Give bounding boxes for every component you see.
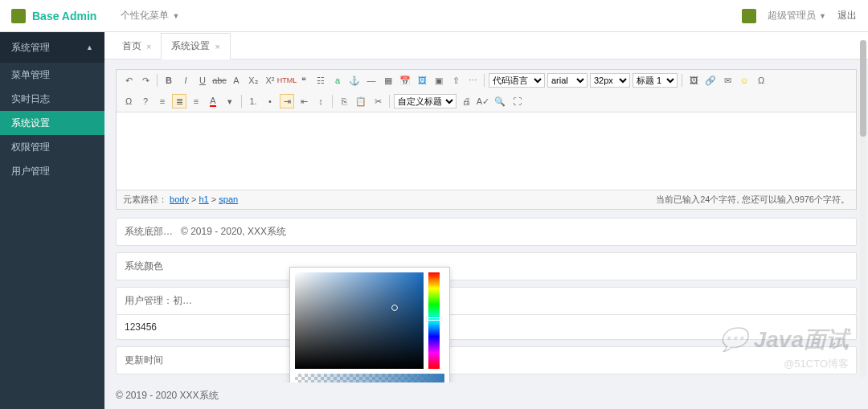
help-icon[interactable]: ? <box>138 94 153 108</box>
anchor-icon[interactable]: ⚓ <box>347 73 362 88</box>
symbol-icon[interactable]: Ω <box>754 73 768 88</box>
sidebar-item-user-mgmt[interactable]: 用户管理 <box>0 159 104 183</box>
editor-footer: 元素路径： body > h1 > span 当前已输入24个字符, 您还可以输… <box>117 190 856 209</box>
sidebar: 系统管理 ▲ 菜单管理 实时日志 系统设置 权限管理 用户管理 <box>0 32 104 409</box>
image-icon[interactable]: 🖼 <box>415 73 429 88</box>
ordered-list-icon[interactable]: 1. <box>246 94 260 108</box>
underline-icon[interactable]: U <box>195 73 210 88</box>
char-count: 当前已输入24个字符, 您还可以输入9976个字符。 <box>656 194 850 206</box>
custom-title-select[interactable]: 自定义标题 <box>394 94 457 108</box>
outdent-icon[interactable]: ⇤ <box>297 94 311 108</box>
sidebar-group-header[interactable]: 系统管理 ▲ <box>0 32 104 63</box>
logo <box>11 9 26 23</box>
hue-thumb[interactable] <box>427 317 441 321</box>
scrollbar-vertical[interactable] <box>860 40 866 377</box>
field-label: 系统底部… <box>125 225 181 239</box>
sidebar-item-system-settings[interactable]: 系统设置 <box>0 111 104 135</box>
page-footer: © 2019 - 2020 XXX系统 <box>104 382 868 409</box>
content: ↶ ↷ B I U abc A X₂ X² HTML ❝ ☷ a ⚓ — ▦ <box>104 59 868 382</box>
sidebar-item-menu-mgmt[interactable]: 菜单管理 <box>0 63 104 87</box>
field-label: 系统颜色 <box>125 260 181 273</box>
sidebar-item-permissions[interactable]: 权限管理 <box>0 135 104 159</box>
link-icon[interactable]: a <box>330 73 345 88</box>
attachment-icon[interactable]: 🔗 <box>703 73 718 88</box>
separator <box>157 74 158 87</box>
path-label: 元素路径： <box>123 194 167 204</box>
font-family-select[interactable]: arial <box>547 73 588 88</box>
unordered-list-icon[interactable]: • <box>263 94 277 108</box>
code-lang-select[interactable]: 代码语言 <box>489 73 545 88</box>
omega-icon[interactable]: Ω <box>121 94 136 108</box>
field-user-mgmt-label: 用户管理：初… <box>116 287 857 314</box>
paste-icon[interactable]: 📋 <box>354 94 368 108</box>
sv-cursor[interactable] <box>391 305 398 311</box>
editor-body[interactable] <box>117 112 856 190</box>
undo-icon[interactable]: ↶ <box>121 73 136 88</box>
code-icon[interactable]: ☷ <box>313 73 328 88</box>
sub-icon[interactable]: X₂ <box>246 73 260 88</box>
italic-icon[interactable]: I <box>178 73 193 88</box>
close-icon[interactable]: × <box>146 42 151 51</box>
tab-label: 首页 <box>122 39 141 53</box>
separator <box>241 95 242 108</box>
source-icon[interactable]: HTML <box>280 73 294 88</box>
redo-icon[interactable]: ↷ <box>138 73 153 88</box>
heading-select[interactable]: 标题 1 <box>633 73 678 88</box>
user-menu[interactable]: 超级管理员 ▼ <box>768 9 826 22</box>
print-icon[interactable]: 🖨 <box>459 94 473 108</box>
alpha-slider[interactable] <box>295 374 444 382</box>
field-footer-text: 系统底部… © 2019 - 2020, XXX系统 <box>116 218 857 246</box>
font-icon[interactable]: A <box>229 73 244 88</box>
element-path: 元素路径： body > h1 > span <box>123 194 238 206</box>
chevron-down-icon: ▼ <box>172 12 179 20</box>
personalize-menu[interactable]: 个性化菜单 ▼ <box>121 9 179 22</box>
font-size-select[interactable]: 32px <box>590 73 630 88</box>
emoji-icon[interactable]: ☺ <box>737 73 751 88</box>
sup-icon[interactable]: X² <box>263 73 277 88</box>
editor-toolbar: ↶ ↷ B I U abc A X₂ X² HTML ❝ ☷ a ⚓ — ▦ <box>117 70 856 112</box>
path-h1[interactable]: h1 <box>199 194 208 204</box>
separator <box>682 74 682 87</box>
video-icon[interactable]: ▣ <box>432 73 446 88</box>
lineheight-icon[interactable]: ↕ <box>313 94 328 108</box>
forecolor-icon[interactable]: A <box>206 94 220 108</box>
fullscreen-icon[interactable]: ⛶ <box>510 94 524 108</box>
avatar[interactable] <box>742 9 756 23</box>
find-icon[interactable]: 🔍 <box>493 94 507 108</box>
date-icon[interactable]: 📅 <box>398 73 412 88</box>
path-body[interactable]: body <box>170 194 189 204</box>
field-update-time: 更新时间 <box>116 346 857 374</box>
tab-system-settings[interactable]: 系统设置 × <box>161 33 230 59</box>
clear-icon[interactable]: — <box>364 73 379 88</box>
align-left-icon[interactable]: ≡ <box>155 94 170 108</box>
field-label: 更新时间 <box>125 354 181 367</box>
username: 超级管理员 <box>768 9 816 22</box>
field-user-mgmt-value[interactable]: 123456 <box>116 314 857 340</box>
spellcheck-icon[interactable]: A✓ <box>476 94 490 108</box>
table-icon[interactable]: ▦ <box>381 73 395 88</box>
email-icon[interactable]: ✉ <box>720 73 735 88</box>
scroll-thumb[interactable] <box>860 40 866 137</box>
logout-link[interactable]: 退出 <box>837 9 857 22</box>
indent-icon[interactable]: ⇥ <box>280 94 294 108</box>
close-icon[interactable]: × <box>215 42 219 51</box>
bold-icon[interactable]: B <box>162 73 176 88</box>
cut-icon[interactable]: ✂ <box>371 94 385 108</box>
field-system-color[interactable]: 系统颜色 <box>116 252 857 280</box>
more-icon[interactable]: ⋯ <box>465 73 480 88</box>
strike-icon[interactable]: abc <box>212 73 227 88</box>
upload-icon[interactable]: ⇧ <box>448 73 463 88</box>
hue-slider[interactable] <box>428 272 440 369</box>
align-right-icon[interactable]: ≡ <box>189 94 203 108</box>
tab-home[interactable]: 首页 × <box>113 34 161 59</box>
align-center-icon[interactable]: ≣ <box>172 94 186 108</box>
insert-image-icon[interactable]: 🖼 <box>686 73 701 88</box>
field-value: 123456 <box>125 321 157 333</box>
copy-icon[interactable]: ⎘ <box>337 94 351 108</box>
path-span[interactable]: span <box>219 194 238 204</box>
brand[interactable]: Base Admin <box>32 10 96 22</box>
saturation-value-area[interactable] <box>295 272 424 369</box>
sidebar-item-realtime-log[interactable]: 实时日志 <box>0 87 104 111</box>
quote-icon[interactable]: ❝ <box>297 73 311 88</box>
backcolor-icon[interactable]: ▾ <box>223 94 237 108</box>
